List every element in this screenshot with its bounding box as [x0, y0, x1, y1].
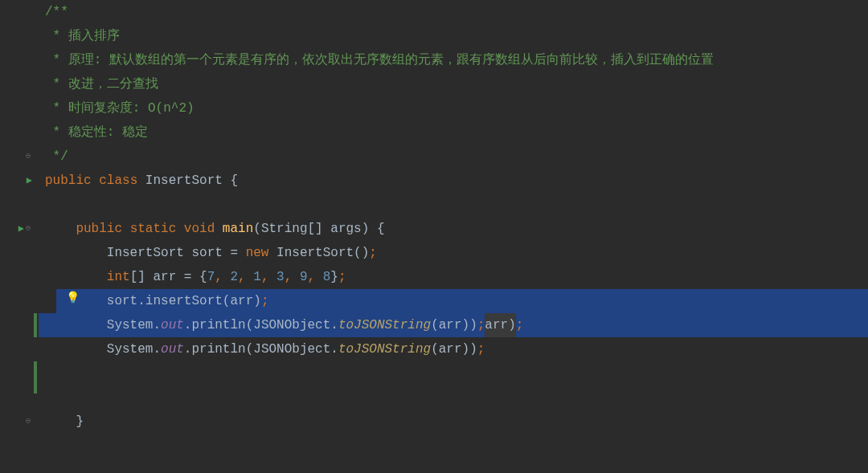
type-name: InsertSort: [107, 241, 184, 265]
code-line[interactable]: */: [45, 145, 868, 169]
static-field: out: [161, 313, 184, 337]
comment-text: * 原理: 默认数组的第一个元素是有序的，依次取出无序数组的元素，跟有序数组从后…: [45, 48, 714, 72]
var-name: sort: [191, 241, 222, 265]
code-line[interactable]: * 插入排序: [45, 24, 868, 48]
keyword: new: [246, 241, 269, 265]
class-name: InsertSort: [145, 169, 223, 193]
param-name: args: [330, 217, 361, 241]
vcs-change-marker: [34, 313, 37, 337]
code-line[interactable]: * 稳定性: 稳定: [45, 120, 868, 145]
class-name: InsertSort: [276, 241, 354, 265]
code-editor[interactable]: 💡 ⊖ ▶ ▶⊖ ⊖ /** * 插入排序 * 原理: 默认数组的第一个元素是有…: [0, 0, 868, 473]
keyword: static: [130, 217, 177, 241]
class-name: JSONObject: [253, 337, 330, 361]
keyword: void: [184, 217, 215, 241]
static-field: out: [161, 337, 184, 361]
code-line[interactable]: [45, 361, 868, 385]
code-line[interactable]: * 改进，二分查找: [45, 72, 868, 96]
editor-gutter[interactable]: ⊖ ▶ ▶⊖ ⊖: [0, 0, 39, 473]
code-line[interactable]: System.out.println(JSONObject.toJSONStri…: [45, 337, 868, 361]
code-line[interactable]: [45, 434, 868, 458]
var-name: arr: [153, 265, 176, 289]
code-line[interactable]: InsertSort sort = new InsertSort();: [45, 241, 868, 265]
method-call: println: [191, 313, 245, 337]
static-method: toJSONString: [338, 337, 431, 361]
diff-removed-text: arr): [485, 313, 515, 337]
code-line[interactable]: int[] arr = {7, 2, 1, 3, 9, 8};: [45, 265, 868, 289]
static-method: toJSONString: [338, 313, 431, 337]
var-name: arr: [439, 313, 462, 337]
code-line[interactable]: /**: [45, 0, 868, 24]
var-name: arr: [230, 289, 253, 313]
code-text-area[interactable]: /** * 插入排序 * 原理: 默认数组的第一个元素是有序的，依次取出无序数组…: [39, 0, 868, 473]
type-name: String: [261, 217, 308, 241]
class-name: System: [107, 313, 154, 337]
run-class-icon[interactable]: ▶: [27, 169, 32, 193]
number-literal: 7: [207, 265, 215, 289]
number-literal: 2: [230, 265, 238, 289]
comment-text: /**: [45, 0, 68, 24]
class-name: System: [107, 337, 154, 361]
code-line[interactable]: public static void main(String[] args) {: [45, 217, 868, 241]
fold-icon[interactable]: ⊖: [24, 217, 32, 241]
code-line[interactable]: [45, 193, 868, 217]
comment-text: * 改进，二分查找: [45, 72, 158, 96]
number-literal: 9: [300, 265, 308, 289]
method-call: println: [191, 337, 245, 361]
run-main-icon[interactable]: ▶: [18, 217, 24, 241]
code-line[interactable]: System.out.println(JSONObject.toJSONStri…: [45, 313, 868, 337]
comment-text: * 稳定性: 稳定: [45, 120, 148, 145]
intention-bulb-icon[interactable]: 💡: [66, 286, 80, 310]
var-name: sort: [107, 289, 137, 313]
keyword: public: [76, 217, 122, 241]
method-call: insertSort: [145, 289, 223, 313]
comment-text: */: [45, 145, 68, 169]
class-name: JSONObject: [253, 313, 330, 337]
fold-close-icon[interactable]: ⊖: [24, 410, 32, 434]
method-name: main: [223, 217, 253, 241]
comment-text: * 时间复杂度: O(n^2): [45, 96, 194, 120]
number-literal: 8: [323, 265, 331, 289]
vcs-change-marker-2: [34, 361, 37, 393]
code-line[interactable]: * 时间复杂度: O(n^2): [45, 96, 868, 120]
var-name: arr: [439, 337, 462, 361]
keyword: public: [45, 169, 92, 193]
keyword: int: [107, 265, 130, 289]
code-line[interactable]: [45, 385, 868, 410]
code-line[interactable]: public class InsertSort {: [45, 169, 868, 193]
code-line[interactable]: sort.insertSort(arr);: [45, 289, 868, 313]
number-literal: 3: [276, 265, 285, 289]
comment-text: * 插入排序: [45, 24, 120, 48]
keyword: class: [99, 169, 137, 193]
code-line[interactable]: * 原理: 默认数组的第一个元素是有序的，依次取出无序数组的元素，跟有序数组从后…: [45, 48, 868, 72]
code-line[interactable]: }: [45, 410, 868, 434]
number-literal: 1: [253, 265, 261, 289]
fold-icon[interactable]: ⊖: [24, 145, 32, 169]
